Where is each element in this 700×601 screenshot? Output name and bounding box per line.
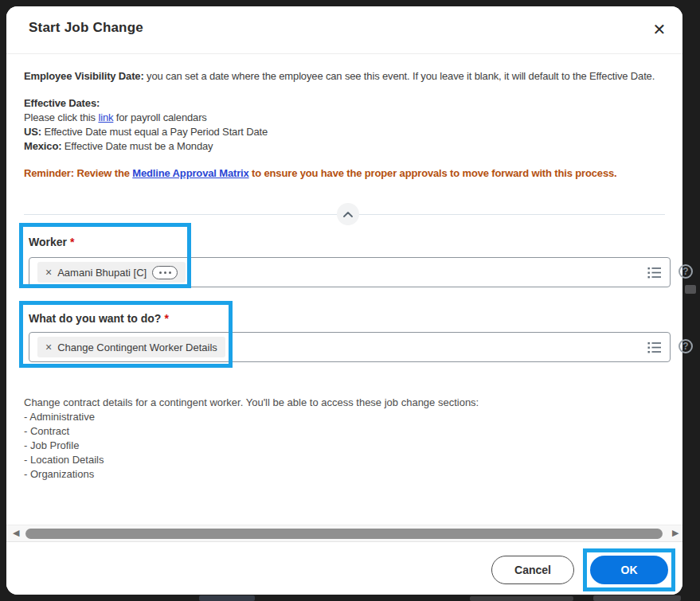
worker-field-label: Worker* <box>29 236 74 248</box>
payroll-line-after: for payroll calendars <box>113 111 206 123</box>
action-selected-tag: × Change Contingent Worker Details <box>37 337 225 357</box>
dialog-footer: Cancel OK <box>6 542 682 595</box>
action-label-text: What do you want to do? <box>29 312 161 325</box>
payroll-line: Please click this link for payroll calen… <box>24 111 207 123</box>
reminder-after: to ensure you have the proper approvals … <box>249 167 617 179</box>
chevron-up-icon <box>343 212 353 217</box>
backdrop-artifact <box>593 595 681 601</box>
scrollbar-thumb[interactable] <box>25 529 663 539</box>
description-intro: Change contract details for a contingent… <box>24 396 479 410</box>
visibility-notice-text: you can set a date where the employee ca… <box>144 70 655 82</box>
us-rule-text: Effective Date must equal a Pay Period S… <box>41 126 268 138</box>
dialog-header: Start Job Change ✕ <box>6 6 682 54</box>
related-actions-icon[interactable] <box>152 266 178 279</box>
cancel-button[interactable]: Cancel <box>491 556 574 584</box>
mexico-rule-text: Effective Date must be a Monday <box>61 140 213 152</box>
mexico-rule-label: Mexico: <box>24 140 61 152</box>
close-icon[interactable]: ✕ <box>647 18 671 41</box>
description-item: - Contract <box>24 424 479 439</box>
effective-dates-heading: Effective Dates: <box>24 97 100 109</box>
action-help-icon[interactable]: ? <box>678 339 693 353</box>
worker-help-icon[interactable]: ? <box>678 264 693 279</box>
scroll-left-icon[interactable]: ◀ <box>13 528 19 538</box>
medline-approval-matrix-link[interactable]: Medline Approval Matrix <box>132 167 248 179</box>
worker-label-text: Worker <box>29 236 67 248</box>
description-item: - Job Profile <box>24 439 479 453</box>
prompt-list-icon[interactable] <box>647 267 662 282</box>
payroll-calendars-link[interactable]: link <box>98 111 113 123</box>
us-rule-label: US: <box>24 126 41 138</box>
action-description: Change contract details for a contingent… <box>24 396 479 482</box>
dialog-title: Start Job Change <box>29 20 143 36</box>
action-tag-label: Change Contingent Worker Details <box>57 341 217 353</box>
action-input[interactable]: × Change Contingent Worker Details <box>29 332 671 362</box>
visibility-notice: Employee Visibility Date: you can set a … <box>24 70 655 82</box>
horizontal-scrollbar[interactable]: ◀ ▶ <box>6 525 682 542</box>
us-rule-line: US: Effective Date must equal a Pay Peri… <box>24 126 268 138</box>
ok-button[interactable]: OK <box>590 556 668 584</box>
description-item: - Organizations <box>24 467 479 482</box>
backdrop-artifact <box>199 595 255 601</box>
required-asterisk: * <box>164 312 168 325</box>
prompt-list-icon[interactable] <box>647 341 662 357</box>
worker-selected-tag: × Aamani Bhupati [C] <box>37 262 186 283</box>
remove-tag-icon[interactable]: × <box>45 267 52 278</box>
visibility-notice-label: Employee Visibility Date: <box>24 70 144 82</box>
mexico-rule-line: Mexico: Effective Date must be a Monday <box>24 140 213 152</box>
description-item: - Administrative <box>24 410 479 424</box>
reminder-before: Reminder: Review the <box>24 167 132 179</box>
remove-tag-icon[interactable]: × <box>45 341 52 353</box>
backdrop-artifact <box>685 285 696 294</box>
collapse-section-button[interactable] <box>337 203 359 225</box>
start-job-change-dialog: Start Job Change ✕ Employee Visibility D… <box>6 6 682 595</box>
worker-tag-label: Aamani Bhupati [C] <box>57 267 147 279</box>
backdrop-artifact <box>470 596 573 601</box>
required-asterisk: * <box>70 236 74 248</box>
description-item: - Location Details <box>24 453 479 467</box>
scroll-right-icon[interactable]: ▶ <box>672 528 678 538</box>
worker-input[interactable]: × Aamani Bhupati [C] <box>29 257 671 287</box>
payroll-line-before: Please click this <box>24 111 98 123</box>
reminder-line: Reminder: Review the Medline Approval Ma… <box>24 167 617 179</box>
action-field-label: What do you want to do?* <box>29 312 169 325</box>
